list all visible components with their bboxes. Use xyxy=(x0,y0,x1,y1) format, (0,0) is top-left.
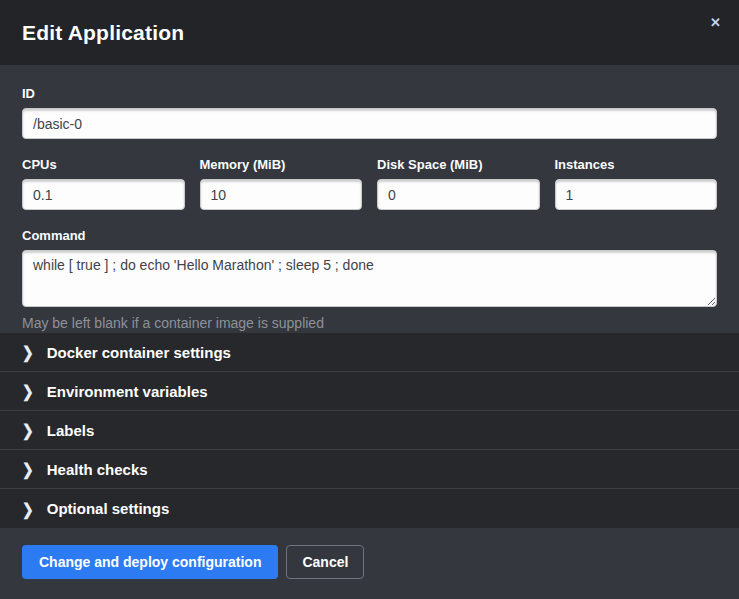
edit-application-form: ID CPUs Memory (MiB) Disk Space (MiB) In… xyxy=(0,65,739,333)
section-label: Docker container settings xyxy=(47,344,231,361)
cancel-button[interactable]: Cancel xyxy=(286,545,364,579)
cpus-field-group: CPUs xyxy=(22,157,185,210)
memory-label: Memory (MiB) xyxy=(200,157,363,172)
instances-field-group: Instances xyxy=(555,157,718,210)
section-label: Health checks xyxy=(47,461,148,478)
id-input[interactable] xyxy=(22,108,717,139)
command-help-text: May be left blank if a container image i… xyxy=(22,315,717,331)
instances-label: Instances xyxy=(555,157,718,172)
command-textarea[interactable]: while [ true ] ; do echo 'Hello Marathon… xyxy=(22,250,717,307)
modal-header: Edit Application ✕ xyxy=(0,0,739,65)
section-docker-container-settings[interactable]: ❯ Docker container settings xyxy=(0,333,739,372)
collapsible-sections: ❯ Docker container settings ❯ Environmen… xyxy=(0,333,739,528)
close-icon[interactable]: ✕ xyxy=(706,12,725,33)
memory-input[interactable] xyxy=(200,179,363,210)
chevron-right-icon: ❯ xyxy=(22,383,34,399)
cpus-input[interactable] xyxy=(22,179,185,210)
id-label: ID xyxy=(22,86,717,101)
chevron-right-icon: ❯ xyxy=(22,500,34,516)
section-label: Optional settings xyxy=(47,500,170,517)
change-and-deploy-button[interactable]: Change and deploy configuration xyxy=(22,545,278,579)
cpus-label: CPUs xyxy=(22,157,185,172)
memory-field-group: Memory (MiB) xyxy=(200,157,363,210)
section-environment-variables[interactable]: ❯ Environment variables xyxy=(0,372,739,411)
disk-space-label: Disk Space (MiB) xyxy=(377,157,540,172)
disk-space-field-group: Disk Space (MiB) xyxy=(377,157,540,210)
chevron-right-icon: ❯ xyxy=(22,344,34,360)
resource-fields-row: CPUs Memory (MiB) Disk Space (MiB) Insta… xyxy=(22,157,717,210)
edit-application-modal: Edit Application ✕ ID CPUs Memory (MiB) … xyxy=(0,0,739,599)
id-field-group: ID xyxy=(22,86,717,139)
section-label: Labels xyxy=(47,422,95,439)
disk-space-input[interactable] xyxy=(377,179,540,210)
section-health-checks[interactable]: ❯ Health checks xyxy=(0,450,739,489)
instances-input[interactable] xyxy=(555,179,718,210)
command-label: Command xyxy=(22,228,717,243)
section-labels[interactable]: ❯ Labels xyxy=(0,411,739,450)
section-optional-settings[interactable]: ❯ Optional settings xyxy=(0,489,739,528)
command-field-group: Command while [ true ] ; do echo 'Hello … xyxy=(22,228,717,331)
chevron-right-icon: ❯ xyxy=(22,461,34,477)
modal-title: Edit Application xyxy=(22,21,184,45)
section-label: Environment variables xyxy=(47,383,208,400)
chevron-right-icon: ❯ xyxy=(22,422,34,438)
modal-footer: Change and deploy configuration Cancel xyxy=(0,528,739,599)
